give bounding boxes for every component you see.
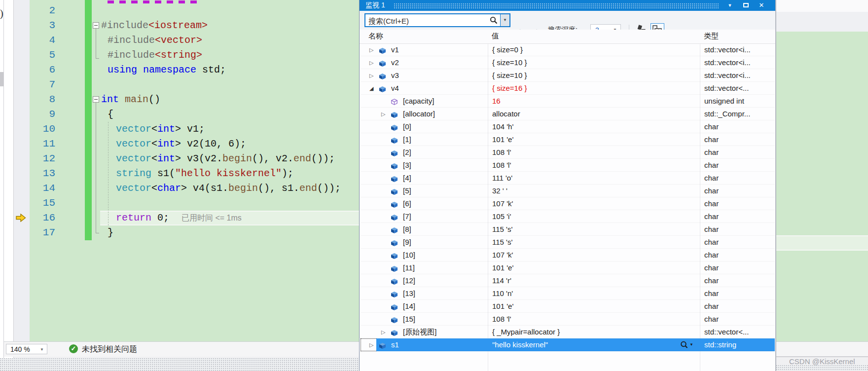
class-cube-icon [391,278,398,286]
watch-value: 105 'i' [492,210,511,223]
column-header-type[interactable]: 类型 [704,32,719,41]
watch-row-[4][interactable]: [4]111 'o'char [361,172,775,185]
watch-row-[15][interactable]: [15]108 'l'char [361,313,775,326]
class-cube-icon [391,111,398,119]
watch-row-v3[interactable]: ▷v3{ size=10 }std::vector<i... [361,69,775,82]
scrollbar-thumb[interactable] [0,72,3,86]
watch-row-[14][interactable]: [14]101 'e'char [361,300,775,313]
code-line[interactable]: } [108,225,113,240]
watch-type: char [704,274,719,287]
watch-type: char [704,159,719,172]
watch-row-[2][interactable]: [2]108 'l'char [361,146,775,159]
watch-search-box[interactable]: ▼ [364,13,510,27]
watch-name: v2 [391,56,399,69]
watch-row-[11][interactable]: [11]101 'e'char [361,261,775,274]
code-token: vector [116,153,151,164]
code-line[interactable]: vector<int> v2(10, 6); [116,137,246,151]
search-dropdown-button[interactable]: ▼ [500,14,509,26]
code-token: > v2(10, 6); [175,138,246,149]
code-line[interactable]: int main() [101,92,160,107]
code-token: } [108,227,113,238]
code-line[interactable]: vector<int> v1; [116,122,205,137]
watch-row-[原始视图][interactable]: ▷[原始视图]{ _Mypair=allocator }std::vector<… [361,326,775,338]
watch-row-[allocator][interactable]: ▷[allocator]allocatorstd::_Compr... [361,108,775,120]
watch-name: [14] [403,300,415,313]
code-line[interactable]: #include<iostream> [101,18,208,33]
watch-row-[13][interactable]: [13]110 'n'char [361,287,775,300]
code-token: <string> [155,49,202,61]
watch-name: v4 [391,82,399,95]
code-token: <vector> [155,35,202,46]
code-line[interactable]: vector<int> v3(v2.begin(), v2.end()); [116,151,335,166]
watch-row-[8][interactable]: [8]115 's'char [361,223,775,236]
expand-triangle-icon[interactable]: ▷ [369,43,373,56]
code-token: (), s1. [258,183,299,194]
vs-debug-screen: ) 23#include<iostream>4#include<vector>5… [0,0,868,371]
code-line[interactable]: #include<string> [108,48,202,63]
health-check-icon[interactable]: ✓ [69,344,78,353]
watch-name: [4] [403,172,411,185]
class-cube-icon [391,226,398,235]
class-cube-icon [391,252,398,260]
expand-triangle-icon[interactable]: ▷ [381,108,385,120]
code-line[interactable]: using namespace std; [108,63,226,77]
expand-triangle-icon[interactable]: ▷ [369,69,373,82]
code-token: end [299,183,317,194]
watch-row-v1[interactable]: ▷v1{ size=0 }std::vector<i... [361,43,775,56]
breakpoint-margin[interactable] [14,0,30,341]
code-token: ()); [317,183,341,194]
expand-triangle-icon[interactable]: ▷ [369,56,373,69]
watch-row-[5][interactable]: [5]32 ' 'char [361,185,775,197]
watch-row-v4[interactable]: ◢v4{ size=16 }std::vector<... [361,82,775,95]
code-token: using [108,64,137,75]
watch-row-[capacity][interactable]: [capacity]16unsigned int [361,95,775,108]
watch-titlebar[interactable]: 监视 1 ▼ ✕ [360,0,775,11]
code-line[interactable]: { [108,107,113,122]
right-editor-pane[interactable] [776,32,868,341]
class-cube-icon [379,73,386,81]
right-pane-top [776,0,868,12]
fold-collapse-box[interactable] [93,96,99,103]
watch-name: [allocator] [403,108,435,120]
code-line[interactable]: #include<vector> [108,33,202,48]
watch-row-[1][interactable]: [1]101 'e'char [361,133,775,146]
watch-row-[10][interactable]: [10]107 'k'char [361,249,775,261]
indent-guide [108,122,108,225]
right-pane-highlight-line [776,235,868,251]
line-number: 17 [30,225,55,240]
code-token: int [101,94,119,105]
code-line[interactable]: string s1("hello kisskernel"); [116,166,293,181]
fold-collapse-box[interactable] [93,22,99,29]
column-header-name[interactable]: 名称 [368,32,383,41]
column-header-value[interactable]: 值 [492,32,499,41]
watch-row-[9][interactable]: [9]115 's'char [361,236,775,249]
close-icon[interactable]: ✕ [757,1,766,9]
watch-row-[12][interactable]: [12]114 'r'char [361,274,775,287]
editor-bottom-bar: 140 % ▼ ✓ 未找到相关问题 [4,341,359,357]
code-line[interactable]: return 0; [116,211,169,225]
watch-row-[3][interactable]: [3]108 'l'char [361,159,775,172]
search-input[interactable] [367,15,488,27]
text-visualizer-magnifier-icon[interactable]: ▼ [680,341,688,350]
maximize-icon[interactable] [743,3,749,7]
watch-type: char [704,249,719,261]
watch-row-[7][interactable]: [7]105 'i'char [361,210,775,223]
watch-name: s1 [391,338,399,351]
watch-name: v1 [391,43,399,56]
watch-type: char [704,146,719,159]
watch-value: 111 'o' [492,172,512,185]
watch-type: char [704,185,719,197]
code-token: std; [196,64,226,75]
watch-row-[0][interactable]: [0]104 'h'char [361,120,775,133]
watch-row-v2[interactable]: ▷v2{ size=10 }std::vector<i... [361,56,775,69]
code-line[interactable]: vector<char> v4(s1.begin(), s1.end()); [116,181,341,196]
expand-triangle-icon[interactable]: ▷ [369,338,373,351]
class-cube-icon [379,60,386,68]
collapse-triangle-icon[interactable]: ◢ [369,82,373,95]
expand-triangle-icon[interactable]: ▷ [381,326,385,338]
zoom-level-dropdown[interactable]: 140 % ▼ [6,344,47,354]
watch-row-[6][interactable]: [6]107 'k'char [361,197,775,210]
watch-window: 监视 1 ▼ ✕ ▼ ← → 搜索深度: 3 ▼ [359,0,775,371]
window-position-icon[interactable]: ▼ [725,3,734,8]
watch-row-s1[interactable]: ▷s1"hello kisskernel"▼std::string [361,338,775,351]
